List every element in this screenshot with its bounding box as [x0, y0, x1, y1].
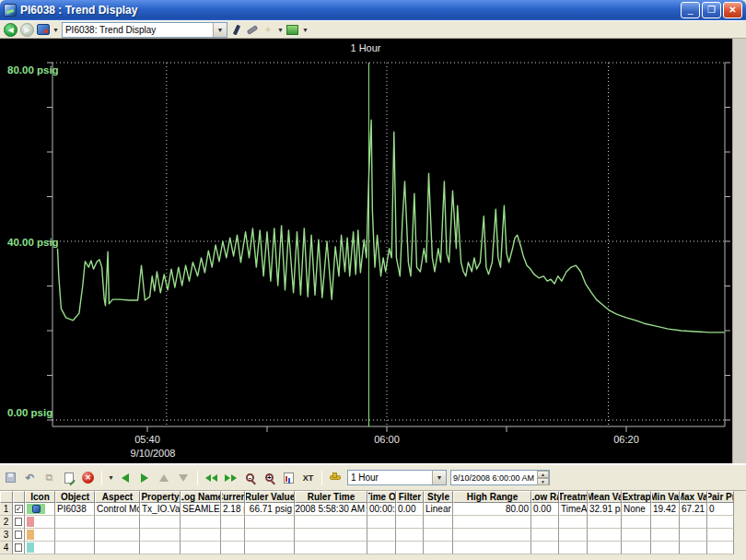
fast-back-icon[interactable]	[204, 471, 219, 485]
trace-dropdown-caret-icon[interactable]: ▼	[108, 474, 114, 481]
table-header-row: IconObjectAspectPropertyLog NameCurrentR…	[0, 491, 746, 503]
column-header-ruler_value[interactable]: Ruler Value	[245, 491, 295, 503]
chart-range-title: 1 Hour	[350, 42, 380, 53]
undo-icon[interactable]: ↶	[22, 471, 38, 485]
datetime-spinner[interactable]: ▲ ▼	[537, 471, 549, 484]
column-header-sel[interactable]	[13, 491, 25, 503]
svg-text:06:00: 06:00	[374, 434, 400, 445]
svg-text:40.00 psig: 40.00 psig	[7, 237, 59, 248]
step-forward-icon[interactable]	[137, 471, 153, 485]
aspect-menu-icon[interactable]	[37, 24, 50, 36]
column-header-icon[interactable]: Icon	[25, 491, 55, 503]
svg-text:06:20: 06:20	[613, 434, 639, 445]
cell-pair_pr: 0	[707, 503, 734, 516]
column-header-filter[interactable]: Filter	[396, 491, 424, 503]
restore-button[interactable]: ❐	[702, 2, 721, 18]
cell-extrap: None	[622, 503, 651, 516]
visible-checkbox[interactable]	[13, 529, 25, 542]
column-header-low_ra[interactable]: Low Ra	[531, 491, 559, 503]
column-header-treatm[interactable]: Treatm	[559, 491, 588, 503]
paste-icon[interactable]: ⧉	[41, 471, 57, 485]
column-header-high_range[interactable]: High Range	[453, 491, 531, 503]
column-header-object[interactable]: Object	[55, 491, 95, 503]
aspect-combobox[interactable]: PI6038: Trend Display ▼	[62, 22, 227, 38]
xt-mode-icon[interactable]: XT	[300, 471, 316, 485]
table-row[interactable]: 2	[0, 516, 746, 529]
column-header-extrap[interactable]: Extrap	[622, 491, 651, 503]
ruler-key-icon[interactable]	[328, 471, 344, 485]
navigation-toolbar: ◀ ▶ ▼ PI6038: Trend Display ▼ ✦ ▼ ▼	[0, 20, 746, 39]
table-row[interactable]: 3	[0, 529, 746, 542]
interval-combobox-dropdown-icon[interactable]: ▼	[432, 471, 446, 484]
cell-extrap	[622, 516, 651, 529]
cell-ruler_value	[245, 529, 295, 542]
cell-ruler_time	[295, 542, 367, 554]
column-header-pair_pr[interactable]: Pair Pr	[707, 491, 734, 503]
minimize-button[interactable]: _	[681, 2, 700, 18]
cell-mean_va	[588, 529, 622, 542]
cell-mean_va	[588, 516, 622, 529]
report-icon[interactable]	[281, 471, 297, 485]
cell-low_ra: 0.00	[531, 503, 559, 516]
row-number: 1	[0, 503, 13, 516]
visible-checkbox[interactable]	[13, 542, 25, 554]
favorites-caret-icon[interactable]: ▼	[277, 27, 284, 33]
trend-display-window: PI6038 : Trend Display _ ❐ ✕ ◀ ▶ ▼ PI603…	[0, 0, 746, 560]
step-back-icon[interactable]	[118, 471, 134, 485]
visible-checkbox[interactable]	[13, 516, 25, 529]
table-row[interactable]: 1✓PI6038Control ModTx_IO.ValuSEAMLESS2.1…	[0, 503, 746, 516]
column-header-num[interactable]	[0, 491, 13, 503]
interval-combobox[interactable]: 1 Hour ▼	[347, 470, 447, 485]
spinner-down-icon[interactable]: ▼	[537, 478, 549, 485]
edit-note-icon[interactable]	[61, 471, 76, 485]
step-down-icon[interactable]	[176, 471, 192, 485]
visible-checkbox[interactable]: ✓	[13, 503, 25, 516]
column-header-time_of[interactable]: Time Of	[367, 491, 396, 503]
zoom-out-icon[interactable]: -	[242, 471, 258, 485]
cell-aspect	[95, 542, 140, 554]
cell-style: Linear	[424, 503, 453, 516]
aspect-combobox-dropdown-icon[interactable]: ▼	[213, 23, 227, 37]
table-row[interactable]: 4	[0, 542, 746, 554]
forward-icon[interactable]: ▶	[20, 23, 34, 37]
image-gallery-icon[interactable]	[286, 24, 299, 36]
column-header-mean_va[interactable]: Mean Va	[588, 491, 622, 503]
datetime-field[interactable]: 9/10/2008 6:00:00 AM ▲ ▼	[450, 470, 550, 485]
cell-property	[140, 516, 181, 529]
aspect-menu-caret-icon[interactable]: ▼	[52, 27, 59, 33]
column-header-style[interactable]: Style	[424, 491, 453, 503]
cell-style	[424, 516, 453, 529]
trace-color-swatch	[25, 503, 55, 516]
back-icon[interactable]: ◀	[4, 23, 17, 37]
zoom-in-icon[interactable]: +	[262, 471, 277, 485]
column-header-max_val[interactable]: Max Val	[680, 491, 707, 503]
toolbar-separator	[321, 471, 322, 485]
cell-object	[55, 516, 95, 529]
spinner-up-icon[interactable]: ▲	[537, 471, 549, 478]
favorites-icon[interactable]: ✦	[262, 24, 274, 36]
step-up-icon[interactable]	[157, 471, 172, 485]
column-header-aspect[interactable]: Aspect	[95, 491, 140, 503]
cell-max_val	[680, 516, 707, 529]
cell-ruler_value	[245, 542, 295, 554]
stop-icon[interactable]: ✕	[80, 471, 96, 485]
row-number: 3	[0, 529, 13, 542]
cell-logname	[181, 529, 221, 542]
save-icon[interactable]	[3, 471, 18, 485]
column-header-ruler_time[interactable]: Ruler Time	[295, 491, 367, 503]
cell-object	[55, 529, 95, 542]
trend-plot[interactable]: 80.00 psig40.00 psig0.00 psig05:4006:000…	[0, 39, 732, 463]
close-button[interactable]: ✕	[723, 2, 742, 18]
trend-chart-svg[interactable]: 80.00 psig40.00 psig0.00 psig05:4006:000…	[0, 39, 732, 463]
column-header-current[interactable]: Current	[221, 491, 245, 503]
column-header-logname[interactable]: Log Name	[181, 491, 221, 503]
column-header-min_val[interactable]: Min Val	[651, 491, 680, 503]
image-gallery-caret-icon[interactable]: ▼	[302, 27, 309, 33]
column-header-property[interactable]: Property	[140, 491, 181, 503]
pin-icon[interactable]	[230, 24, 243, 36]
fast-forward-icon[interactable]	[223, 471, 239, 485]
titlebar[interactable]: PI6038 : Trend Display _ ❐ ✕	[0, 0, 746, 20]
cell-min_val	[651, 542, 680, 554]
pen-icon[interactable]	[246, 24, 259, 36]
row-number: 2	[0, 516, 13, 529]
